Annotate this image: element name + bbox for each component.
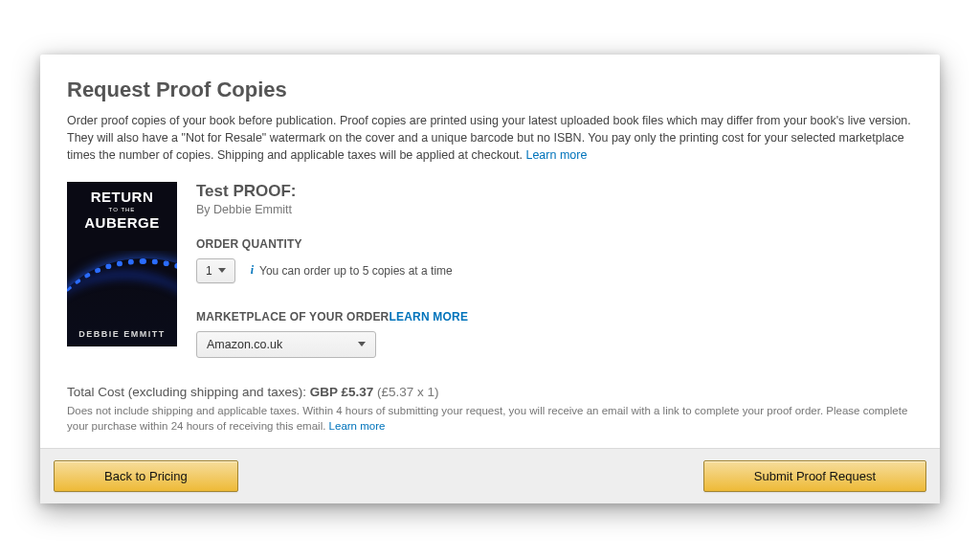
- back-to-pricing-button[interactable]: Back to Pricing: [54, 460, 238, 492]
- book-title: Test PROOF:: [196, 182, 913, 201]
- book-meta: Test PROOF: By Debbie Emmitt ORDER QUANT…: [196, 182, 913, 358]
- totals-learn-more-link[interactable]: Learn more: [329, 420, 386, 432]
- total-calc: (£5.37 x 1): [377, 385, 439, 399]
- chevron-down-icon: [218, 268, 226, 273]
- info-icon: i: [251, 263, 254, 278]
- cover-author: DEBBIE EMMITT: [67, 329, 177, 339]
- intro-text: Order proof copies of your book before p…: [67, 114, 911, 162]
- marketplace-value: Amazon.co.uk: [207, 338, 282, 351]
- marketplace-learn-more-link[interactable]: LEARN MORE: [389, 310, 468, 324]
- order-quantity-row: 1 i You can order up to 5 copies at a ti…: [196, 258, 913, 283]
- cover-title: RETURN TO THE AUBERGE: [67, 190, 177, 230]
- footer-bar: Back to Pricing Submit Proof Request: [40, 449, 940, 503]
- submit-proof-request-button[interactable]: Submit Proof Request: [703, 460, 926, 492]
- intro-paragraph: Order proof copies of your book before p…: [67, 112, 913, 164]
- marketplace-label: MARKETPLACE OF YOUR ORDER: [196, 310, 389, 324]
- quantity-hint: i You can order up to 5 copies at a time: [251, 263, 453, 278]
- intro-learn-more-link[interactable]: Learn more: [525, 148, 587, 162]
- cover-art: [67, 251, 177, 324]
- marketplace-select[interactable]: Amazon.co.uk: [196, 331, 376, 358]
- quantity-select[interactable]: 1: [196, 258, 235, 283]
- total-amount: GBP £5.37: [310, 385, 377, 399]
- chevron-down-icon: [358, 342, 366, 346]
- quantity-value: 1: [206, 264, 212, 278]
- book-byline: By Debbie Emmitt: [196, 203, 913, 216]
- order-quantity-label: ORDER QUANTITY: [196, 237, 913, 251]
- marketplace-label-row: MARKETPLACE OF YOUR ORDER LEARN MORE: [196, 310, 913, 324]
- book-row: RETURN TO THE AUBERGE DEBBIE EMMITT Test…: [67, 182, 913, 358]
- total-cost-note: Does not include shipping and applicable…: [67, 403, 913, 435]
- proof-request-panel: Request Proof Copies Order proof copies …: [40, 55, 940, 503]
- total-cost-line: Total Cost (excluding shipping and taxes…: [67, 385, 913, 399]
- content-area: Request Proof Copies Order proof copies …: [40, 55, 940, 449]
- page-title: Request Proof Copies: [67, 78, 913, 102]
- book-cover-image: RETURN TO THE AUBERGE DEBBIE EMMITT: [67, 182, 177, 346]
